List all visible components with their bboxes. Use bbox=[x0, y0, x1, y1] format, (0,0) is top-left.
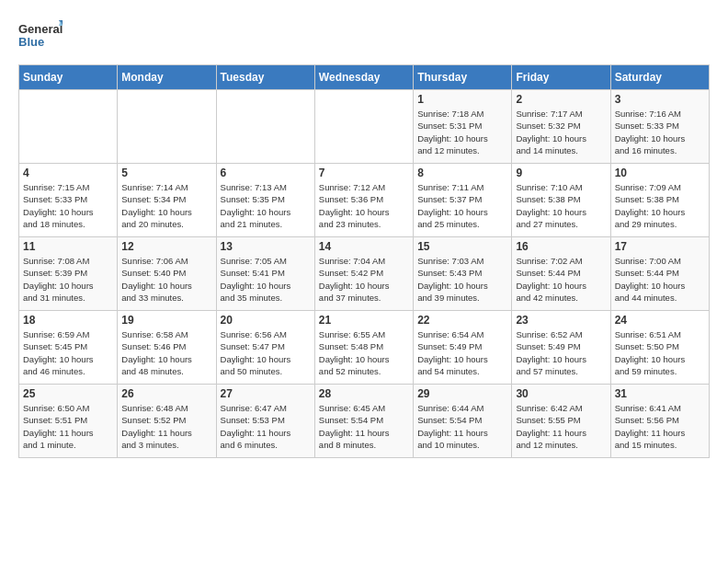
day-number: 28 bbox=[319, 387, 409, 400]
day-number: 30 bbox=[516, 387, 606, 400]
calendar-header-row: SundayMondayTuesdayWednesdayThursdayFrid… bbox=[19, 65, 710, 90]
day-number: 22 bbox=[417, 314, 507, 327]
calendar-cell: 9Sunrise: 7:10 AM Sunset: 5:38 PM Daylig… bbox=[512, 164, 610, 237]
calendar-cell: 5Sunrise: 7:14 AM Sunset: 5:34 PM Daylig… bbox=[118, 164, 216, 237]
day-info: Sunrise: 7:02 AM Sunset: 5:44 PM Dayligh… bbox=[516, 255, 606, 304]
calendar-cell: 6Sunrise: 7:13 AM Sunset: 5:35 PM Daylig… bbox=[216, 164, 314, 237]
svg-text:General: General bbox=[18, 22, 63, 36]
calendar-cell: 14Sunrise: 7:04 AM Sunset: 5:42 PM Dayli… bbox=[314, 237, 413, 311]
day-number: 1 bbox=[417, 93, 507, 106]
day-number: 27 bbox=[221, 387, 311, 400]
day-number: 23 bbox=[516, 314, 606, 327]
day-info: Sunrise: 6:45 AM Sunset: 5:54 PM Dayligh… bbox=[319, 402, 409, 451]
calendar-cell: 22Sunrise: 6:54 AM Sunset: 5:49 PM Dayli… bbox=[414, 311, 512, 385]
day-number: 29 bbox=[417, 387, 507, 400]
calendar-cell: 2Sunrise: 7:17 AM Sunset: 5:32 PM Daylig… bbox=[512, 90, 610, 164]
calendar-cell bbox=[118, 90, 216, 164]
day-info: Sunrise: 7:11 AM Sunset: 5:37 PM Dayligh… bbox=[417, 181, 507, 230]
day-number: 21 bbox=[319, 314, 409, 327]
header-monday: Monday bbox=[118, 65, 216, 90]
day-info: Sunrise: 7:13 AM Sunset: 5:35 PM Dayligh… bbox=[221, 181, 311, 230]
calendar-cell: 18Sunrise: 6:59 AM Sunset: 5:45 PM Dayli… bbox=[19, 311, 118, 385]
day-info: Sunrise: 7:18 AM Sunset: 5:31 PM Dayligh… bbox=[417, 108, 507, 156]
day-number: 17 bbox=[615, 240, 705, 253]
day-info: Sunrise: 6:48 AM Sunset: 5:52 PM Dayligh… bbox=[121, 402, 211, 451]
day-number: 24 bbox=[615, 314, 705, 327]
header-thursday: Thursday bbox=[414, 65, 512, 90]
calendar-cell: 26Sunrise: 6:48 AM Sunset: 5:52 PM Dayli… bbox=[118, 385, 216, 458]
day-info: Sunrise: 7:06 AM Sunset: 5:40 PM Dayligh… bbox=[121, 255, 211, 304]
calendar-cell: 19Sunrise: 6:58 AM Sunset: 5:46 PM Dayli… bbox=[118, 311, 216, 385]
day-info: Sunrise: 7:10 AM Sunset: 5:38 PM Dayligh… bbox=[516, 181, 606, 230]
day-info: Sunrise: 6:59 AM Sunset: 5:45 PM Dayligh… bbox=[23, 328, 113, 377]
day-number: 3 bbox=[615, 93, 705, 106]
svg-text:Blue: Blue bbox=[18, 35, 44, 49]
calendar-week-row: 4Sunrise: 7:15 AM Sunset: 5:33 PM Daylig… bbox=[19, 164, 710, 237]
calendar-table: SundayMondayTuesdayWednesdayThursdayFrid… bbox=[18, 64, 710, 458]
calendar-week-row: 1Sunrise: 7:18 AM Sunset: 5:31 PM Daylig… bbox=[19, 90, 710, 164]
day-info: Sunrise: 7:09 AM Sunset: 5:38 PM Dayligh… bbox=[615, 181, 705, 230]
day-info: Sunrise: 7:08 AM Sunset: 5:39 PM Dayligh… bbox=[23, 255, 113, 304]
day-number: 18 bbox=[23, 314, 113, 327]
day-info: Sunrise: 7:04 AM Sunset: 5:42 PM Dayligh… bbox=[319, 255, 409, 304]
day-number: 9 bbox=[516, 167, 606, 179]
day-info: Sunrise: 6:44 AM Sunset: 5:54 PM Dayligh… bbox=[417, 402, 507, 451]
day-info: Sunrise: 6:55 AM Sunset: 5:48 PM Dayligh… bbox=[319, 328, 409, 377]
day-number: 11 bbox=[23, 240, 113, 253]
day-number: 15 bbox=[417, 240, 507, 253]
day-number: 8 bbox=[417, 167, 507, 179]
day-info: Sunrise: 7:14 AM Sunset: 5:34 PM Dayligh… bbox=[121, 181, 211, 230]
day-number: 14 bbox=[319, 240, 409, 253]
calendar-cell: 17Sunrise: 7:00 AM Sunset: 5:44 PM Dayli… bbox=[610, 237, 709, 311]
day-number: 12 bbox=[121, 240, 211, 253]
day-number: 31 bbox=[615, 387, 705, 400]
day-number: 5 bbox=[121, 167, 211, 179]
calendar-cell: 4Sunrise: 7:15 AM Sunset: 5:33 PM Daylig… bbox=[19, 164, 118, 237]
calendar-cell bbox=[314, 90, 413, 164]
day-number: 13 bbox=[221, 240, 311, 253]
calendar-cell bbox=[216, 90, 314, 164]
day-info: Sunrise: 7:03 AM Sunset: 5:43 PM Dayligh… bbox=[417, 255, 507, 304]
day-info: Sunrise: 7:12 AM Sunset: 5:36 PM Dayligh… bbox=[319, 181, 409, 230]
day-info: Sunrise: 7:00 AM Sunset: 5:44 PM Dayligh… bbox=[615, 255, 705, 304]
calendar-cell: 31Sunrise: 6:41 AM Sunset: 5:56 PM Dayli… bbox=[610, 385, 709, 458]
logo-container: General Blue bbox=[18, 18, 63, 55]
calendar-week-row: 18Sunrise: 6:59 AM Sunset: 5:45 PM Dayli… bbox=[19, 311, 710, 385]
calendar-cell: 20Sunrise: 6:56 AM Sunset: 5:47 PM Dayli… bbox=[216, 311, 314, 385]
day-info: Sunrise: 6:42 AM Sunset: 5:55 PM Dayligh… bbox=[516, 402, 606, 451]
calendar-cell: 10Sunrise: 7:09 AM Sunset: 5:38 PM Dayli… bbox=[610, 164, 709, 237]
calendar-cell: 13Sunrise: 7:05 AM Sunset: 5:41 PM Dayli… bbox=[216, 237, 314, 311]
day-info: Sunrise: 6:56 AM Sunset: 5:47 PM Dayligh… bbox=[221, 328, 311, 377]
page-header: General Blue bbox=[18, 18, 710, 55]
header-saturday: Saturday bbox=[610, 65, 709, 90]
day-number: 6 bbox=[221, 167, 311, 179]
header-tuesday: Tuesday bbox=[216, 65, 314, 90]
day-number: 10 bbox=[615, 167, 705, 179]
header-sunday: Sunday bbox=[19, 65, 118, 90]
calendar-cell: 15Sunrise: 7:03 AM Sunset: 5:43 PM Dayli… bbox=[414, 237, 512, 311]
calendar-cell: 28Sunrise: 6:45 AM Sunset: 5:54 PM Dayli… bbox=[314, 385, 413, 458]
day-info: Sunrise: 6:54 AM Sunset: 5:49 PM Dayligh… bbox=[417, 328, 507, 377]
calendar-cell: 25Sunrise: 6:50 AM Sunset: 5:51 PM Dayli… bbox=[19, 385, 118, 458]
day-info: Sunrise: 6:47 AM Sunset: 5:53 PM Dayligh… bbox=[221, 402, 311, 451]
header-wednesday: Wednesday bbox=[314, 65, 413, 90]
day-info: Sunrise: 7:17 AM Sunset: 5:32 PM Dayligh… bbox=[516, 108, 606, 156]
logo: General Blue bbox=[18, 18, 63, 55]
calendar-cell: 16Sunrise: 7:02 AM Sunset: 5:44 PM Dayli… bbox=[512, 237, 610, 311]
calendar-cell: 1Sunrise: 7:18 AM Sunset: 5:31 PM Daylig… bbox=[414, 90, 512, 164]
calendar-cell: 7Sunrise: 7:12 AM Sunset: 5:36 PM Daylig… bbox=[314, 164, 413, 237]
day-info: Sunrise: 6:50 AM Sunset: 5:51 PM Dayligh… bbox=[23, 402, 113, 451]
day-number: 7 bbox=[319, 167, 409, 179]
day-info: Sunrise: 7:15 AM Sunset: 5:33 PM Dayligh… bbox=[23, 181, 113, 230]
day-number: 25 bbox=[23, 387, 113, 400]
day-info: Sunrise: 6:52 AM Sunset: 5:49 PM Dayligh… bbox=[516, 328, 606, 377]
calendar-cell: 3Sunrise: 7:16 AM Sunset: 5:33 PM Daylig… bbox=[610, 90, 709, 164]
calendar-cell: 30Sunrise: 6:42 AM Sunset: 5:55 PM Dayli… bbox=[512, 385, 610, 458]
calendar-cell: 8Sunrise: 7:11 AM Sunset: 5:37 PM Daylig… bbox=[414, 164, 512, 237]
calendar-cell: 21Sunrise: 6:55 AM Sunset: 5:48 PM Dayli… bbox=[314, 311, 413, 385]
day-number: 16 bbox=[516, 240, 606, 253]
logo-icon: General Blue bbox=[18, 18, 63, 55]
day-info: Sunrise: 6:58 AM Sunset: 5:46 PM Dayligh… bbox=[121, 328, 211, 377]
calendar-week-row: 11Sunrise: 7:08 AM Sunset: 5:39 PM Dayli… bbox=[19, 237, 710, 311]
header-friday: Friday bbox=[512, 65, 610, 90]
